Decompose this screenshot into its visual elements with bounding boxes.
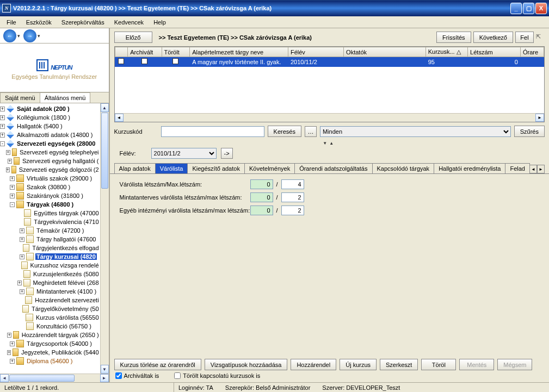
tree-node[interactable]: Kurzusjelentkezés (5080: [0, 270, 100, 278]
archived-too-checkbox[interactable]: Archiváltak is: [115, 372, 159, 379]
scroll-right-button[interactable]: ►: [100, 374, 109, 382]
tree-node[interactable]: +Szervezeti egység dolgozói (2: [0, 165, 100, 174]
grid-scroll-right[interactable]: ►: [535, 114, 544, 122]
row-select-checkbox[interactable]: [118, 58, 124, 64]
expand-toggle[interactable]: +: [10, 194, 15, 198]
tree-node[interactable]: +Hallgatók (5400 ): [0, 122, 100, 130]
col-teachers[interactable]: Oktatók: [344, 47, 426, 57]
tab-alap-adatok[interactable]: Alap adatok: [114, 163, 156, 173]
tree-node[interactable]: +Diploma (54600 ): [0, 357, 100, 365]
minimize-button[interactable]: _: [510, 3, 522, 14]
expand-toggle[interactable]: +: [7, 333, 11, 338]
col-coursecode[interactable]: Kurzusk... △: [425, 47, 467, 57]
tab-own-menu[interactable]: Saját menü: [0, 92, 40, 103]
splitter[interactable]: ▼▲: [110, 139, 549, 146]
tree-node[interactable]: +Tárgycsoportok (54000 ): [0, 339, 100, 348]
tree-node[interactable]: Együttes tárgyak (47000: [0, 209, 100, 217]
menu-help[interactable]: Help: [149, 18, 170, 27]
deleted-relation-checkbox[interactable]: Törölt kapcsolatú kurzusok is: [174, 372, 260, 379]
tree-node[interactable]: +Saját adatok (200 ): [0, 104, 100, 113]
filter-button[interactable]: Szűrés: [514, 126, 545, 137]
scroll-thumb[interactable]: [101, 113, 108, 189]
delete-from-schedule-button[interactable]: Kurzus törlése az órarendről: [114, 359, 201, 370]
expand-toggle[interactable]: +: [6, 150, 10, 155]
scroll-down-button[interactable]: ▼: [101, 365, 109, 374]
tab-kovetelmenyek[interactable]: Követelmények: [244, 163, 295, 173]
col-deleted[interactable]: Törölt: [162, 47, 190, 57]
expand-toggle[interactable]: +: [7, 350, 11, 355]
menu-favorites[interactable]: Kedvencek: [110, 18, 148, 27]
curriculum-waitlist-max[interactable]: [281, 192, 304, 202]
col-select[interactable]: [115, 47, 128, 57]
expand-toggle[interactable]: +: [0, 107, 5, 111]
tree-node[interactable]: +Alkalmazotti adatok (14800 ): [0, 130, 100, 139]
semester-select[interactable]: 2010/11/2: [151, 148, 217, 159]
pin-icon[interactable]: [536, 33, 545, 42]
other-waitlist-max[interactable]: [281, 206, 304, 215]
search-options-button[interactable]: …: [305, 126, 317, 137]
grid-horizontal-scrollbar[interactable]: ◄ ►: [115, 113, 544, 122]
tab-orarendi[interactable]: Órarendi adatszolgáltatás: [294, 163, 372, 173]
row-deleted-checkbox[interactable]: [172, 58, 178, 64]
tab-kapcsolodo[interactable]: Kapcsolódó tárgyak: [372, 163, 435, 173]
tree-node[interactable]: Kurzus várólista (56550: [0, 313, 100, 322]
expand-toggle[interactable]: +: [20, 254, 24, 259]
expand-toggle[interactable]: +: [10, 359, 15, 364]
expand-toggle[interactable]: +: [0, 133, 5, 138]
table-row[interactable]: A magyar nyelv története II. gyak. 2010/…: [115, 57, 544, 67]
tree-vertical-scrollbar[interactable]: ▲ ▼: [100, 103, 109, 374]
add-exam-types-button[interactable]: Vizsgatípusok hozzáadása: [205, 359, 288, 370]
expand-toggle[interactable]: +: [20, 289, 24, 294]
tree-node[interactable]: +Szervezeti egység telephelyei: [0, 148, 100, 157]
tree-node[interactable]: Tárgyekvivalencia (4710: [0, 217, 100, 226]
forward-dropdown[interactable]: ▾: [38, 33, 40, 39]
scroll-up-button[interactable]: ▲: [101, 103, 109, 112]
assign-button[interactable]: Hozzárendel: [291, 359, 336, 370]
expand-toggle[interactable]: +: [10, 341, 15, 346]
expand-toggle[interactable]: +: [10, 176, 15, 181]
navigation-tree[interactable]: +Saját adatok (200 )+Kollégiumok (1800 )…: [0, 103, 100, 374]
new-course-button[interactable]: Új kurzus: [340, 359, 377, 370]
tree-node[interactable]: Kurzushoz vizsga rendelé: [0, 261, 100, 270]
waitlist-max[interactable]: [281, 179, 304, 189]
expand-toggle[interactable]: +: [20, 237, 24, 242]
expand-toggle[interactable]: +: [6, 167, 10, 172]
tree-node[interactable]: +Szervezeti egység hallgatói (: [0, 157, 100, 165]
forward-button[interactable]: →: [23, 29, 36, 42]
close-button[interactable]: X: [535, 3, 547, 14]
expand-toggle[interactable]: +: [0, 124, 5, 129]
expand-toggle[interactable]: +: [17, 281, 22, 285]
menu-tools[interactable]: Eszközök: [22, 18, 56, 27]
tab-varolista[interactable]: Várólista: [155, 163, 188, 173]
delete-button[interactable]: Töröl: [421, 359, 456, 370]
back-dropdown[interactable]: ▾: [17, 33, 20, 39]
expand-toggle[interactable]: +: [10, 185, 15, 190]
tree-node[interactable]: +Virtuális szakok (29000 ): [0, 174, 100, 183]
tree-node[interactable]: +Témakör (47200 ): [0, 226, 100, 235]
tree-node[interactable]: Hozzárendelt szervezeti: [0, 296, 100, 304]
hscroll-thumb[interactable]: [9, 375, 75, 382]
tree-node[interactable]: +Tárgy kurzusai (4820: [0, 252, 100, 261]
filter-select[interactable]: Minden: [320, 126, 511, 137]
search-button[interactable]: Keresés: [268, 126, 301, 137]
tab-scroll-right[interactable]: ►: [537, 165, 545, 173]
expand-toggle[interactable]: +: [20, 228, 24, 233]
tree-node[interactable]: +Hozzárendelt tárgyak (2650 ): [0, 331, 100, 339]
menu-file[interactable]: File: [2, 18, 21, 27]
col-semester[interactable]: Félév: [288, 47, 343, 57]
menu-roleswitch[interactable]: Szerepkörváltás: [57, 18, 109, 27]
tree-node[interactable]: +Meghirdetett félévei (268: [0, 278, 100, 287]
col-archived[interactable]: Archivált: [128, 47, 162, 57]
semester-go-button[interactable]: ->: [221, 148, 233, 159]
expand-toggle[interactable]: -: [10, 202, 15, 207]
tab-general-menu[interactable]: Általános menü: [40, 92, 91, 103]
scroll-left-button[interactable]: ◄: [0, 374, 9, 382]
up-button[interactable]: Fel: [515, 32, 534, 43]
tree-node[interactable]: +Tárgy hallgatói (47600: [0, 235, 100, 244]
tab-hallgatoi[interactable]: Hallgatói eredménylista: [434, 163, 505, 173]
grid-scroll-left[interactable]: ◄: [115, 114, 124, 122]
tab-scroll-left[interactable]: ◄: [529, 165, 537, 173]
tree-horizontal-scrollbar[interactable]: ◄ ►: [0, 374, 109, 382]
tree-node[interactable]: Tárgyelőkövetelmény (50: [0, 304, 100, 313]
col-headcount[interactable]: Létszám: [468, 47, 521, 57]
